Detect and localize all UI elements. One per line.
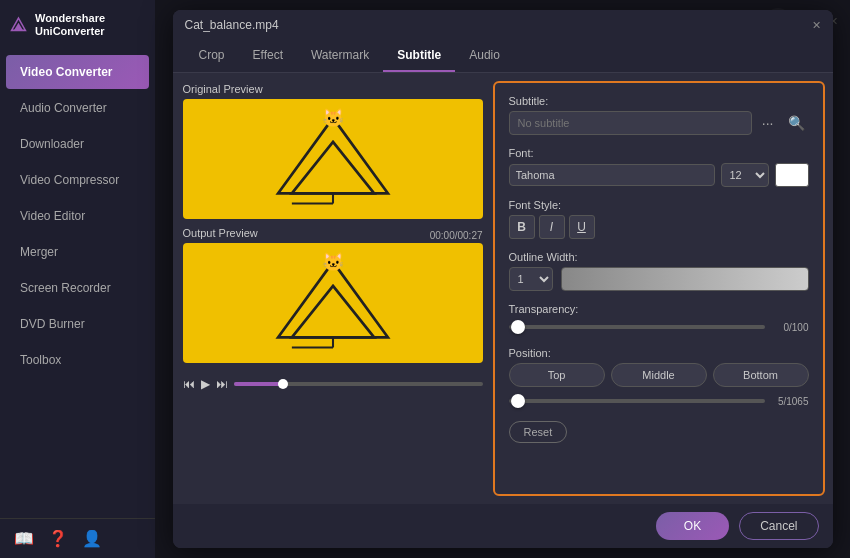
position-value: 5/1065 [773,396,809,407]
profile-icon[interactable]: 👤 [82,529,102,548]
sidebar-item-downloader[interactable]: Downloader [6,127,149,161]
position-thumb[interactable] [511,394,525,408]
font-color-picker[interactable] [775,163,809,187]
app-header: Wondershare UniConverter [0,0,155,50]
subtitle-input-row: ··· 🔍 [509,111,809,135]
position-slider-container[interactable] [509,393,765,409]
sidebar-item-audio-converter[interactable]: Audio Converter [6,91,149,125]
transparency-value: 0/100 [773,322,809,333]
sidebar-footer: 📖 ❓ 👤 [0,518,155,558]
progress-bar[interactable] [234,382,483,386]
output-preview-label: Output Preview [183,227,258,239]
italic-button[interactable]: I [539,215,565,239]
tab-watermark[interactable]: Watermark [297,40,383,72]
time-label: 00:00/00:27 [430,230,483,241]
output-preview-video: 🐱 [183,243,483,363]
font-row: Tahoma Arial Times New Roman 12 14 16 18 [509,163,809,187]
position-slider-row: 5/1065 [509,393,809,409]
ok-button[interactable]: OK [656,512,729,540]
underline-button[interactable]: U [569,215,595,239]
next-frame-button[interactable]: ⏭ [216,377,228,391]
cat-icon: 🐱 [322,107,344,129]
dialog-body: Original Preview 🐱 [173,73,833,504]
original-preview-label: Original Preview [183,83,483,95]
svg-marker-2 [278,118,388,193]
svg-marker-7 [291,286,373,337]
position-top-button[interactable]: Top [509,363,605,387]
position-label: Position: [509,347,809,359]
position-bottom-button[interactable]: Bottom [713,363,809,387]
font-label: Font: [509,147,809,159]
tab-effect[interactable]: Effect [239,40,297,72]
svg-marker-3 [291,142,373,193]
output-preview-header: Output Preview 00:00/00:27 [183,227,483,243]
tab-audio[interactable]: Audio [455,40,514,72]
app-title: Wondershare UniConverter [35,12,145,38]
font-family-select[interactable]: Tahoma Arial Times New Roman [509,164,715,186]
font-size-select[interactable]: 12 14 16 18 [721,163,769,187]
position-section: Position: Top Middle Bottom [509,347,809,409]
outline-width-select[interactable]: 1 2 3 [509,267,553,291]
svg-marker-6 [278,262,388,337]
position-buttons: Top Middle Bottom [509,363,809,387]
position-middle-button[interactable]: Middle [611,363,707,387]
tab-subtitle[interactable]: Subtitle [383,40,455,72]
subtitle-section: Subtitle: ··· 🔍 [509,95,809,135]
sidebar-item-screen-recorder[interactable]: Screen Recorder [6,271,149,305]
prev-frame-button[interactable]: ⏮ [183,377,195,391]
reset-button[interactable]: Reset [509,421,568,443]
book-icon[interactable]: 📖 [14,529,34,548]
dialog-close-button[interactable]: ✕ [812,19,821,32]
font-style-section: Font Style: B I U [509,199,809,239]
transparency-track [509,325,765,329]
dialog-title: Cat_balance.mp4 [185,18,279,32]
search-icon[interactable]: 🔍 [784,113,809,133]
outline-row: 1 2 3 [509,267,809,291]
font-section: Font: Tahoma Arial Times New Roman 12 14… [509,147,809,187]
app-logo [10,14,27,36]
dialog-titlebar: Cat_balance.mp4 ✕ [173,10,833,40]
outline-section: Outline Width: 1 2 3 [509,251,809,291]
output-preview-section: Output Preview 00:00/00:27 🐱 [183,227,483,363]
outline-label: Outline Width: [509,251,809,263]
sidebar: Wondershare UniConverter Video Converter… [0,0,155,558]
sidebar-nav: Video Converter Audio Converter Download… [0,50,155,518]
subtitle-section-label: Subtitle: [509,95,809,107]
tab-crop[interactable]: Crop [185,40,239,72]
preview-area: Original Preview 🐱 [173,73,493,504]
original-preview-section: Original Preview 🐱 [183,83,483,219]
dialog-overlay: Cat_balance.mp4 ✕ Crop Effect Watermark … [155,0,850,558]
font-style-row: B I U [509,215,809,239]
play-button[interactable]: ▶ [201,377,210,391]
sidebar-item-toolbox[interactable]: Toolbox [6,343,149,377]
dialog: Cat_balance.mp4 ✕ Crop Effect Watermark … [173,10,833,548]
sidebar-item-video-converter[interactable]: Video Converter [6,55,149,89]
cancel-button[interactable]: Cancel [739,512,818,540]
subtitle-input[interactable] [509,111,752,135]
help-icon[interactable]: ❓ [48,529,68,548]
dialog-tabs: Crop Effect Watermark Subtitle Audio [173,40,833,73]
more-options-icon[interactable]: ··· [758,113,778,133]
transparency-slider-row: 0/100 [509,319,809,335]
cat-icon-output: 🐱 [322,251,344,273]
player-controls: ⏮ ▶ ⏭ [183,371,483,391]
sidebar-item-video-editor[interactable]: Video Editor [6,199,149,233]
position-track [509,399,765,403]
original-preview-video: 🐱 [183,99,483,219]
outline-color-picker[interactable] [561,267,809,291]
sidebar-item-merger[interactable]: Merger [6,235,149,269]
subtitle-settings-panel: Subtitle: ··· 🔍 Font: Tahoma [493,81,825,496]
transparency-section: Transparency: 0/100 [509,303,809,335]
dialog-footer: OK Cancel [173,504,833,548]
progress-thumb[interactable] [278,379,288,389]
transparency-label: Transparency: [509,303,809,315]
transparency-thumb[interactable] [511,320,525,334]
sidebar-item-dvd-burner[interactable]: DVD Burner [6,307,149,341]
sidebar-item-video-compressor[interactable]: Video Compressor [6,163,149,197]
transparency-slider-container[interactable] [509,319,765,335]
progress-fill [234,382,284,386]
bold-button[interactable]: B [509,215,535,239]
font-style-label: Font Style: [509,199,809,211]
window-controls: ✕ [812,19,821,32]
main-content: 👤 ─ □ ✕ Cat_balance.mp4 ✕ Crop Effect [155,0,850,558]
